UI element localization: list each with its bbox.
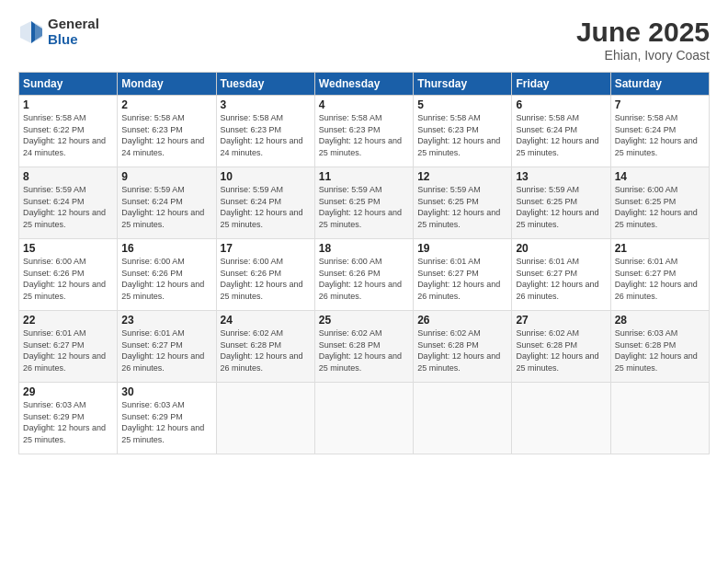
table-cell: 9Sunrise: 5:59 AMSunset: 6:24 PMDaylight…: [118, 167, 216, 239]
day-number: 27: [516, 314, 606, 327]
week-row-2: 8Sunrise: 5:59 AMSunset: 6:24 PMDaylight…: [19, 167, 710, 239]
day-info: Sunrise: 6:02 AMSunset: 6:28 PMDaylight:…: [417, 328, 500, 373]
table-cell: 26Sunrise: 6:02 AMSunset: 6:28 PMDayligh…: [414, 311, 512, 383]
table-cell: [216, 383, 314, 454]
table-cell: 27Sunrise: 6:02 AMSunset: 6:28 PMDayligh…: [512, 311, 610, 383]
title-location: Ehian, Ivory Coast: [576, 48, 710, 63]
table-cell: 18Sunrise: 6:00 AMSunset: 6:26 PMDayligh…: [314, 239, 413, 311]
day-info: Sunrise: 6:03 AMSunset: 6:28 PMDaylight:…: [615, 328, 698, 373]
title-block: June 2025 Ehian, Ivory Coast: [576, 17, 710, 63]
table-cell: 25Sunrise: 6:02 AMSunset: 6:28 PMDayligh…: [314, 311, 413, 383]
header-wednesday: Wednesday: [314, 73, 413, 96]
header-monday: Monday: [118, 73, 216, 96]
header-sunday: Sunday: [19, 73, 118, 96]
table-cell: 12Sunrise: 5:59 AMSunset: 6:25 PMDayligh…: [414, 167, 512, 239]
day-number: 13: [516, 170, 606, 183]
table-cell: 28Sunrise: 6:03 AMSunset: 6:28 PMDayligh…: [610, 311, 709, 383]
table-cell: 6Sunrise: 5:58 AMSunset: 6:24 PMDaylight…: [512, 96, 610, 167]
day-info: Sunrise: 6:01 AMSunset: 6:27 PMDaylight:…: [417, 257, 500, 301]
day-number: 25: [319, 314, 409, 327]
day-info: Sunrise: 5:58 AMSunset: 6:23 PMDaylight:…: [121, 113, 204, 157]
week-row-1: 1Sunrise: 5:58 AMSunset: 6:22 PMDaylight…: [19, 96, 710, 167]
table-cell: 13Sunrise: 5:59 AMSunset: 6:25 PMDayligh…: [512, 167, 610, 239]
day-info: Sunrise: 6:01 AMSunset: 6:27 PMDaylight:…: [23, 328, 106, 373]
day-number: 16: [121, 242, 211, 255]
day-number: 23: [121, 314, 211, 327]
logo-blue: Blue: [48, 32, 99, 48]
table-cell: 20Sunrise: 6:01 AMSunset: 6:27 PMDayligh…: [512, 239, 610, 311]
header-friday: Friday: [512, 73, 610, 96]
day-info: Sunrise: 6:01 AMSunset: 6:27 PMDaylight:…: [615, 257, 698, 301]
table-cell: 11Sunrise: 5:59 AMSunset: 6:25 PMDayligh…: [314, 167, 413, 239]
day-number: 28: [615, 314, 705, 327]
table-cell: [314, 383, 413, 454]
day-number: 29: [23, 385, 113, 398]
table-cell: 22Sunrise: 6:01 AMSunset: 6:27 PMDayligh…: [19, 311, 118, 383]
day-info: Sunrise: 6:03 AMSunset: 6:29 PMDaylight:…: [23, 400, 106, 444]
day-number: 12: [417, 170, 507, 183]
day-number: 10: [221, 170, 311, 183]
day-info: Sunrise: 5:59 AMSunset: 6:24 PMDaylight:…: [221, 185, 303, 229]
day-number: 2: [121, 98, 211, 111]
table-cell: 29Sunrise: 6:03 AMSunset: 6:29 PMDayligh…: [19, 383, 118, 454]
day-info: Sunrise: 6:03 AMSunset: 6:29 PMDaylight:…: [121, 400, 204, 444]
day-number: 21: [615, 242, 705, 255]
day-info: Sunrise: 5:59 AMSunset: 6:24 PMDaylight:…: [121, 185, 204, 229]
table-cell: [414, 383, 512, 454]
table-cell: 10Sunrise: 5:59 AMSunset: 6:24 PMDayligh…: [216, 167, 314, 239]
day-number: 7: [615, 98, 705, 111]
day-info: Sunrise: 5:59 AMSunset: 6:25 PMDaylight:…: [319, 185, 402, 229]
day-number: 20: [516, 242, 606, 255]
table-cell: 17Sunrise: 6:00 AMSunset: 6:26 PMDayligh…: [216, 239, 314, 311]
table-cell: 14Sunrise: 6:00 AMSunset: 6:25 PMDayligh…: [610, 167, 709, 239]
day-number: 8: [23, 170, 113, 183]
week-row-4: 22Sunrise: 6:01 AMSunset: 6:27 PMDayligh…: [19, 311, 710, 383]
day-number: 5: [417, 98, 507, 111]
day-number: 22: [23, 314, 113, 327]
day-info: Sunrise: 5:58 AMSunset: 6:23 PMDaylight:…: [319, 113, 402, 157]
table-cell: 1Sunrise: 5:58 AMSunset: 6:22 PMDaylight…: [19, 96, 118, 167]
table-cell: [512, 383, 610, 454]
day-info: Sunrise: 6:02 AMSunset: 6:28 PMDaylight:…: [319, 328, 402, 373]
day-info: Sunrise: 5:59 AMSunset: 6:24 PMDaylight:…: [23, 185, 106, 229]
table-cell: 23Sunrise: 6:01 AMSunset: 6:27 PMDayligh…: [118, 311, 216, 383]
table-cell: 21Sunrise: 6:01 AMSunset: 6:27 PMDayligh…: [610, 239, 709, 311]
table-cell: 3Sunrise: 5:58 AMSunset: 6:23 PMDaylight…: [216, 96, 314, 167]
day-number: 4: [319, 98, 409, 111]
day-number: 3: [221, 98, 311, 111]
calendar-table: Sunday Monday Tuesday Wednesday Thursday…: [18, 72, 710, 454]
day-number: 15: [23, 242, 113, 255]
table-cell: 4Sunrise: 5:58 AMSunset: 6:23 PMDaylight…: [314, 96, 413, 167]
day-number: 26: [417, 314, 507, 327]
header-tuesday: Tuesday: [216, 73, 314, 96]
logo-text: General Blue: [48, 17, 99, 47]
day-number: 11: [319, 170, 409, 183]
day-number: 17: [221, 242, 311, 255]
table-cell: 5Sunrise: 5:58 AMSunset: 6:23 PMDaylight…: [414, 96, 512, 167]
day-info: Sunrise: 5:58 AMSunset: 6:22 PMDaylight:…: [23, 113, 106, 157]
day-number: 1: [23, 98, 113, 111]
table-cell: [610, 383, 709, 454]
logo: General Blue: [18, 17, 99, 47]
table-cell: 7Sunrise: 5:58 AMSunset: 6:24 PMDaylight…: [610, 96, 709, 167]
day-number: 24: [221, 314, 311, 327]
day-info: Sunrise: 5:58 AMSunset: 6:23 PMDaylight:…: [417, 113, 500, 157]
day-number: 18: [319, 242, 409, 255]
day-number: 14: [615, 170, 705, 183]
table-cell: 24Sunrise: 6:02 AMSunset: 6:28 PMDayligh…: [216, 311, 314, 383]
header: General Blue June 2025 Ehian, Ivory Coas…: [18, 17, 710, 63]
day-info: Sunrise: 5:59 AMSunset: 6:25 PMDaylight:…: [417, 185, 500, 229]
days-header-row: Sunday Monday Tuesday Wednesday Thursday…: [19, 73, 710, 96]
day-info: Sunrise: 5:58 AMSunset: 6:24 PMDaylight:…: [516, 113, 598, 157]
header-thursday: Thursday: [414, 73, 512, 96]
day-number: 9: [121, 170, 211, 183]
header-saturday: Saturday: [610, 73, 709, 96]
day-info: Sunrise: 5:58 AMSunset: 6:23 PMDaylight:…: [221, 113, 303, 157]
week-row-5: 29Sunrise: 6:03 AMSunset: 6:29 PMDayligh…: [19, 383, 710, 454]
day-info: Sunrise: 6:01 AMSunset: 6:27 PMDaylight:…: [516, 257, 598, 301]
day-info: Sunrise: 5:58 AMSunset: 6:24 PMDaylight:…: [615, 113, 698, 157]
day-info: Sunrise: 6:00 AMSunset: 6:26 PMDaylight:…: [319, 257, 402, 301]
table-cell: 16Sunrise: 6:00 AMSunset: 6:26 PMDayligh…: [118, 239, 216, 311]
table-cell: 2Sunrise: 5:58 AMSunset: 6:23 PMDaylight…: [118, 96, 216, 167]
day-info: Sunrise: 6:01 AMSunset: 6:27 PMDaylight:…: [121, 328, 204, 373]
